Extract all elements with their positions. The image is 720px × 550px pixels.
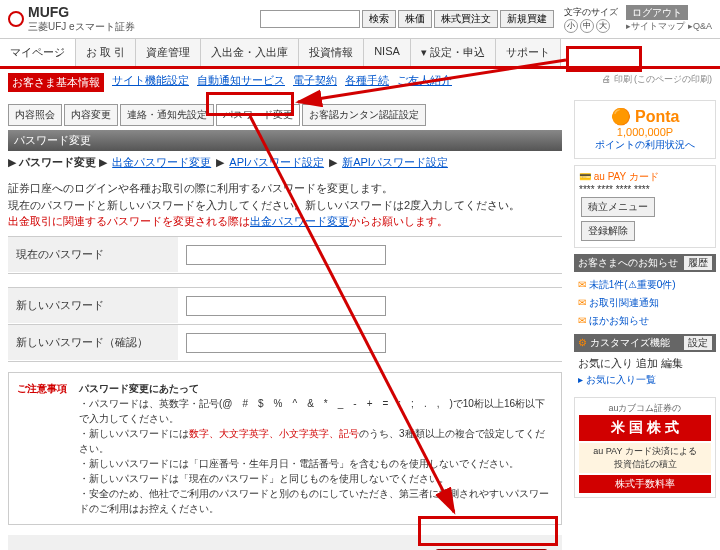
desc-line1: 証券口座へのログインや各種お取引の際に利用するパスワードを変更します。	[8, 180, 562, 197]
nav-settings[interactable]: ▾ 設定・申込	[411, 39, 496, 66]
main-nav: マイページ お 取 引 資産管理 入出金・入出庫 投資情報 NISA ▾ 設定・…	[0, 39, 720, 69]
nav-mypage[interactable]: マイページ	[0, 39, 76, 66]
fav-title: お気に入り	[578, 357, 633, 369]
input-current-pw[interactable]	[186, 245, 386, 265]
ponta-card: 🟠 Ponta 1,000,000P ポイントの利用状況へ	[574, 100, 716, 159]
input-new-pw[interactable]	[186, 296, 386, 316]
notice-other[interactable]: ✉ ほかお知らせ	[578, 312, 712, 330]
header: MUFG 三菱UFJ eスマート証券 検索 株価 株式買注文 新規買建 文字のサ…	[0, 0, 720, 39]
tab-view[interactable]: 内容照会	[8, 104, 62, 126]
qa-link[interactable]: Q&A	[693, 21, 712, 31]
subnav-site-settings[interactable]: サイト機能設定	[112, 73, 189, 92]
fav-add-button[interactable]: 追加	[636, 357, 658, 369]
withdraw-pw-link[interactable]: 出金パスワード変更	[250, 215, 349, 227]
customize-settings-button[interactable]: 設定	[684, 336, 712, 350]
label-new-pw: 新しいパスワード	[8, 288, 178, 323]
print-link[interactable]: 🖨 印刷 (このページの印刷)	[602, 73, 712, 92]
stock-price-button[interactable]: 株価	[398, 10, 432, 28]
bc-api-pw[interactable]: APIパスワード設定	[229, 156, 324, 168]
font-small-button[interactable]: 小	[564, 19, 578, 33]
ponta-usage-link[interactable]: ポイントの利用状況へ	[595, 139, 695, 150]
banner-main: 米 国 株 式	[579, 415, 711, 441]
notes-box: ご注意事項 パスワード変更にあたって ・パスワードは、英数字・記号(@ # $ …	[8, 372, 562, 525]
sub-nav: お客さま基本情報 サイト機能設定 自動通知サービス 電子契約 各種手続 ご友人紹…	[0, 69, 720, 96]
new-position-button[interactable]: 新規買建	[500, 10, 554, 28]
customize-header: ⚙ カスタマイズ機能 設定	[574, 334, 716, 352]
label-current-pw: 現在のパスワード	[8, 237, 178, 272]
notices-list: ✉ 未読1件(⚠重要0件) ✉ お取引関連通知 ✉ ほかお知らせ	[574, 272, 716, 334]
main-content: 内容照会 内容変更 連絡・通知先設定 パスワード変更 お客認カンタン認証設定 パ…	[0, 96, 570, 550]
brand-name: MUFG	[28, 4, 135, 20]
deposit-menu-button[interactable]: 積立メニュー	[581, 197, 655, 217]
notes-title: ご注意事項	[17, 381, 67, 516]
font-medium-button[interactable]: 中	[580, 19, 594, 33]
tab-password[interactable]: パスワード変更	[216, 104, 300, 126]
row-current-pw: 現在のパスワード	[8, 236, 562, 273]
sitemap-link[interactable]: サイトマップ	[631, 21, 685, 31]
aupay-masked: **** **** **** ****	[579, 184, 711, 195]
nav-nisa[interactable]: NISA	[364, 39, 411, 66]
label-confirm-pw: 新しいパスワード（確認）	[8, 325, 178, 360]
subnav-referral[interactable]: ご友人紹介	[397, 73, 452, 92]
nav-deposit[interactable]: 入出金・入出庫	[201, 39, 299, 66]
font-large-button[interactable]: 大	[596, 19, 610, 33]
note-1: ・パスワードは、英数字・記号(@ # $ % ^ & * _ - + = : ;…	[79, 396, 553, 426]
settings-tabs: 内容照会 内容変更 連絡・通知先設定 パスワード変更 お客認カンタン認証設定	[8, 104, 562, 126]
notice-unread[interactable]: ✉ 未読1件(⚠重要0件)	[578, 276, 712, 294]
banner-top: auカブコム証券の	[579, 402, 711, 415]
buy-order-button[interactable]: 株式買注文	[434, 10, 498, 28]
nav-assets[interactable]: 資産管理	[136, 39, 201, 66]
us-stock-banner[interactable]: auカブコム証券の 米 国 株 式 au PAY カード決済による 投資信託の積…	[574, 397, 716, 498]
note-5: ・安全のため、他社でご利用のパスワードと別のものにしていただき、第三者に推測され…	[79, 486, 553, 516]
nav-support[interactable]: サポート	[496, 39, 561, 66]
nav-info[interactable]: 投資情報	[299, 39, 364, 66]
note-2: ・新しいパスワードには数字、大文字英字、小文字英字、記号のうち、3種類以上の複合…	[79, 426, 553, 456]
breadcrumb-root: パスワード変更	[19, 156, 96, 168]
notice-history-button[interactable]: 履歴	[684, 256, 712, 270]
desc-line3: 出金取引に関連するパスワードを変更される際は出金パスワード変更からお願いします。	[8, 213, 562, 230]
favorites: お気に入り 追加 編集 ▸ お気に入り一覧	[574, 352, 716, 393]
search-button[interactable]: 検索	[362, 10, 396, 28]
subnav-customer-info[interactable]: お客さま基本情報	[8, 73, 104, 92]
bc-newapi-pw[interactable]: 新APIパスワード設定	[342, 156, 448, 168]
unregister-button[interactable]: 登録解除	[581, 221, 635, 241]
fav-list-link[interactable]: ▸ お気に入り一覧	[578, 371, 712, 389]
description: 証券口座へのログインや各種お取引の際に利用するパスワードを変更します。 現在のパ…	[8, 180, 562, 230]
aupay-card: 💳 au PAY カード **** **** **** **** 積立メニュー …	[574, 165, 716, 248]
row-new-pw: 新しいパスワード	[8, 287, 562, 324]
subnav-procedures[interactable]: 各種手続	[345, 73, 389, 92]
banner-sub: au PAY カード決済による 投資信託の積立	[579, 443, 711, 473]
aupay-label: au PAY カード	[594, 171, 659, 182]
brand-subtitle: 三菱UFJ eスマート証券	[28, 20, 135, 34]
logout-button[interactable]: ログアウト	[626, 5, 688, 20]
mufg-circle-icon	[8, 11, 24, 27]
breadcrumb: ▶ パスワード変更 ▶ 出金パスワード変更 ▶ APIパスワード設定 ▶ 新AP…	[8, 151, 562, 174]
bc-withdraw-pw[interactable]: 出金パスワード変更	[112, 156, 211, 168]
notes-heading: パスワード変更にあたって	[79, 383, 199, 394]
brand-logo: MUFG 三菱UFJ eスマート証券	[8, 4, 135, 34]
submit-area: ▶ 変更する	[8, 535, 562, 551]
font-size-control: 文字のサイズ 小 中 大	[564, 6, 618, 33]
section-title: パスワード変更	[8, 130, 562, 151]
notice-trade[interactable]: ✉ お取引関連通知	[578, 294, 712, 312]
nav-trade[interactable]: お 取 引	[76, 39, 136, 66]
tab-easyauth[interactable]: お客認カンタン認証設定	[302, 104, 426, 126]
row-confirm-pw: 新しいパスワード（確認）	[8, 324, 562, 362]
header-sublinks: ▸サイトマップ ▸Q&A	[626, 20, 712, 33]
tab-edit[interactable]: 内容変更	[64, 104, 118, 126]
note-4: ・新しいパスワードは「現在のパスワード」と同じものを使用しないでください。	[79, 471, 553, 486]
banner-fee: 株式手数料率	[579, 475, 711, 493]
search-input[interactable]	[260, 10, 360, 28]
subnav-auto-notify[interactable]: 自動通知サービス	[197, 73, 285, 92]
font-size-label: 文字のサイズ	[564, 6, 618, 19]
desc-line2: 現在のパスワードと新しいパスワードを入力してください。新しいパスワードは2度入力…	[8, 197, 562, 214]
fav-edit-button[interactable]: 編集	[661, 357, 683, 369]
subnav-econtract[interactable]: 電子契約	[293, 73, 337, 92]
ponta-logo: 🟠 Ponta	[581, 107, 709, 126]
input-confirm-pw[interactable]	[186, 333, 386, 353]
ponta-points: 1,000,000P	[581, 126, 709, 138]
sidebar: 🟠 Ponta 1,000,000P ポイントの利用状況へ 💳 au PAY カ…	[570, 96, 720, 550]
note-3: ・新しいパスワードには「口座番号・生年月日・電話番号」を含むものを使用しないでく…	[79, 456, 553, 471]
notices-header: お客さまへのお知らせ 履歴	[574, 254, 716, 272]
tab-contact[interactable]: 連絡・通知先設定	[120, 104, 214, 126]
